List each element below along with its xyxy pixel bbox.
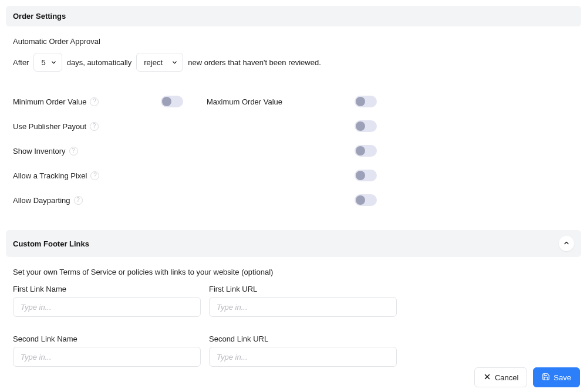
auto-approval-mid: days, automatically xyxy=(67,58,132,67)
help-icon[interactable]: ? xyxy=(90,122,99,131)
min-order-label: Minimum Order Value xyxy=(13,97,86,106)
tracking-pixel-toggle[interactable] xyxy=(355,170,377,181)
second-link-name-input[interactable] xyxy=(13,347,201,367)
cancel-button[interactable]: Cancel xyxy=(474,367,527,387)
auto-approval-row: After 5 days, automatically reject new o… xyxy=(13,53,574,72)
footer-links-title: Custom Footer Links xyxy=(13,239,89,248)
footer-links-header: Custom Footer Links xyxy=(6,230,581,257)
save-icon xyxy=(542,373,550,383)
help-icon[interactable]: ? xyxy=(90,97,99,106)
order-settings-header: Order Settings xyxy=(6,6,581,26)
max-order-toggle[interactable] xyxy=(355,96,377,107)
action-select-value: reject xyxy=(144,58,163,67)
close-icon xyxy=(483,373,491,383)
min-order-toggle[interactable] xyxy=(161,96,183,107)
first-link-name-input[interactable] xyxy=(13,297,201,317)
chevron-up-icon xyxy=(563,239,570,248)
first-link-url-input[interactable] xyxy=(209,297,397,317)
second-link-name-label: Second Link Name xyxy=(13,334,201,343)
chevron-down-icon xyxy=(50,59,57,66)
auto-approval-suffix: new orders that haven't been reviewed. xyxy=(188,58,321,67)
second-link-url-label: Second Link URL xyxy=(209,334,397,343)
save-button[interactable]: Save xyxy=(533,367,580,387)
publisher-payout-toggle[interactable] xyxy=(355,120,377,132)
dayparting-label: Allow Dayparting xyxy=(13,196,70,205)
order-settings-title: Order Settings xyxy=(13,12,66,21)
first-link-url-label: First Link URL xyxy=(209,285,397,293)
show-inventory-label: Show Inventory xyxy=(13,147,66,156)
first-link-name-label: First Link Name xyxy=(13,285,201,293)
max-order-label: Maximum Order Value xyxy=(207,97,282,106)
action-select[interactable]: reject xyxy=(136,53,183,72)
tracking-pixel-label: Allow a Tracking Pixel xyxy=(13,171,87,180)
help-icon[interactable]: ? xyxy=(74,196,83,205)
auto-approval-prefix: After xyxy=(13,58,29,67)
dayparting-toggle[interactable] xyxy=(355,194,377,206)
help-icon[interactable]: ? xyxy=(69,147,78,156)
save-label: Save xyxy=(554,373,571,382)
auto-approval-label: Automatic Order Approval xyxy=(13,37,574,46)
second-link-url-input[interactable] xyxy=(209,347,397,367)
show-inventory-toggle[interactable] xyxy=(355,145,377,157)
footer-links-description: Set your own Terms of Service or policie… xyxy=(6,268,581,276)
publisher-payout-label: Use Publisher Payout xyxy=(13,122,86,131)
chevron-down-icon xyxy=(171,59,178,66)
collapse-button[interactable] xyxy=(559,236,574,251)
help-icon[interactable]: ? xyxy=(90,171,99,180)
days-select[interactable]: 5 xyxy=(33,53,62,72)
cancel-label: Cancel xyxy=(495,373,518,382)
days-select-value: 5 xyxy=(41,58,45,67)
